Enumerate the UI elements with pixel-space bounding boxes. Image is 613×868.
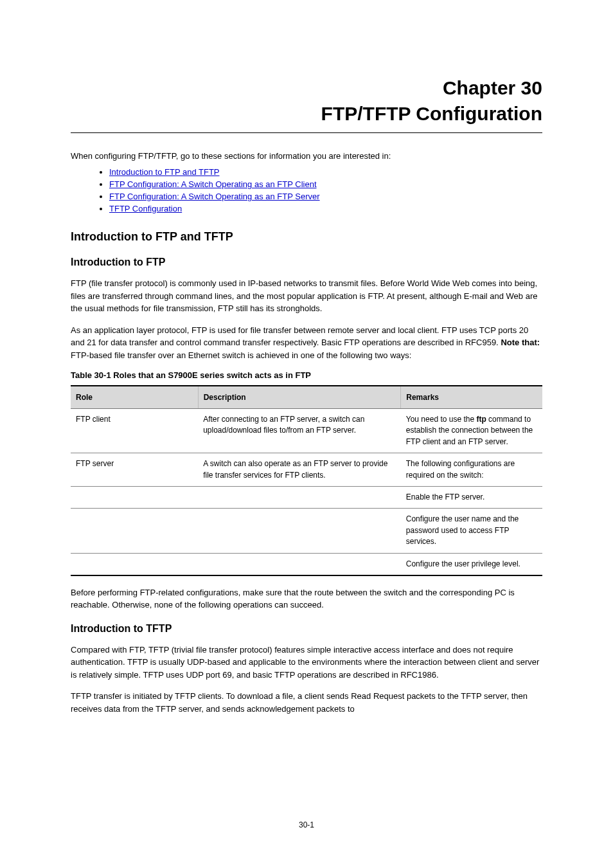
- remarks-fragment: Enable the FTP server.: [406, 493, 485, 502]
- note-label: Note that:: [501, 338, 540, 347]
- cell-role: [71, 509, 198, 553]
- paragraph: FTP (file transfer protocol) is commonly…: [71, 277, 542, 315]
- subheading-tftp: Introduction to TFTP: [71, 623, 542, 635]
- intro-text: When configuring FTP/TFTP, go to these s…: [71, 151, 542, 161]
- remarks-fragment: ftp: [476, 415, 486, 424]
- remarks-fragment: You need to use the: [406, 415, 477, 424]
- cell-role: [71, 553, 198, 575]
- table-row: FTP clientAfter connecting to an FTP ser…: [71, 409, 542, 453]
- cell-remarks: You need to use the ftp command to estab…: [401, 409, 542, 453]
- toc-link-ftp-server[interactable]: FTP Configuration: A Switch Operating as…: [109, 192, 320, 201]
- col-remarks: Remarks: [401, 386, 542, 409]
- subheading-ftp: Introduction to FTP: [71, 257, 542, 268]
- cell-description: [198, 486, 401, 508]
- toc-link-ftp-client[interactable]: FTP Configuration: A Switch Operating as…: [109, 179, 317, 189]
- table-caption: Table 30-1 Roles that an S7900E series s…: [71, 370, 542, 380]
- table-row: Configure the user name and the password…: [71, 509, 542, 553]
- toc-item: TFTP Configuration: [109, 204, 542, 213]
- remarks-fragment: Configure the user name and the password…: [406, 514, 519, 546]
- paragraph: As an application layer protocol, FTP is…: [71, 324, 542, 362]
- cell-description: A switch can also operate as an FTP serv…: [198, 453, 401, 487]
- roles-table: Role Description Remarks FTP clientAfter…: [71, 385, 542, 576]
- page-footer: 30-1: [0, 820, 613, 829]
- cell-remarks: Configure the user name and the password…: [401, 509, 542, 553]
- toc-item: FTP Configuration: A Switch Operating as…: [109, 192, 542, 201]
- paragraph: Before performing FTP-related configurat…: [71, 586, 542, 611]
- cell-role: [71, 486, 198, 508]
- col-description: Description: [198, 386, 401, 409]
- remarks-fragment: Configure the user privilege level.: [406, 559, 520, 568]
- cell-description: [198, 509, 401, 553]
- col-role: Role: [71, 386, 198, 409]
- cell-description: [198, 553, 401, 575]
- toc-list: Introduction to FTP and TFTP FTP Configu…: [71, 167, 542, 213]
- table-row: FTP serverA switch can also operate as a…: [71, 453, 542, 487]
- toc-item: FTP Configuration: A Switch Operating as…: [109, 179, 542, 189]
- toc-link-tftp[interactable]: TFTP Configuration: [109, 204, 182, 213]
- section-heading: Introduction to FTP and TFTP: [71, 230, 542, 244]
- table-row: Enable the FTP server.: [71, 486, 542, 508]
- cell-remarks: Enable the FTP server.: [401, 486, 542, 508]
- table-row: Configure the user privilege level.: [71, 553, 542, 575]
- chapter-title: FTP/TFTP Configuration: [71, 103, 542, 125]
- cell-description: After connecting to an FTP server, a swi…: [198, 409, 401, 453]
- cell-role: FTP server: [71, 453, 198, 487]
- cell-remarks: The following configurations are require…: [401, 453, 542, 487]
- paragraph-frag: FTP-based file transfer over an Ethernet…: [71, 350, 411, 360]
- horizontal-rule: [71, 132, 542, 133]
- cell-role: FTP client: [71, 409, 198, 453]
- table-header-row: Role Description Remarks: [71, 386, 542, 409]
- toc-item: Introduction to FTP and TFTP: [109, 167, 542, 177]
- toc-link-intro[interactable]: Introduction to FTP and TFTP: [109, 167, 220, 177]
- paragraph: TFTP transfer is initiated by TFTP clien…: [71, 690, 542, 715]
- paragraph-frag: As an application layer protocol, FTP is…: [71, 325, 528, 348]
- cell-remarks: Configure the user privilege level.: [401, 553, 542, 575]
- paragraph: Compared with FTP, TFTP (trivial file tr…: [71, 644, 542, 682]
- remarks-fragment: The following configurations are require…: [406, 459, 515, 479]
- chapter-number: Chapter 30: [71, 77, 542, 99]
